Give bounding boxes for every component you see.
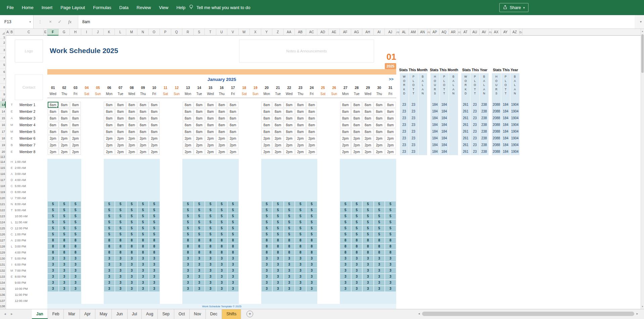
headcount-cell[interactable]: 8 (217, 244, 227, 249)
shift-cell[interactable]: 2pm (115, 135, 126, 141)
headcount-cell[interactable]: 5 (385, 220, 396, 225)
stats-value[interactable]: 238 (479, 128, 489, 135)
share-button[interactable]: Share ▾ (499, 3, 528, 12)
shift-cell[interactable]: 2pm (149, 135, 159, 141)
headcount-cell[interactable]: 5 (273, 232, 283, 237)
time-label[interactable]: 10:00 PM (15, 286, 42, 292)
shift-cell[interactable]: 2pm (273, 142, 283, 148)
shift-cell[interactable]: 8am (284, 102, 294, 108)
headcount-cell[interactable]: 3 (385, 262, 396, 267)
headcount-cell[interactable]: 5 (307, 201, 317, 207)
shift-cell[interactable]: 8am (385, 122, 396, 128)
shift-cell[interactable]: 8am (261, 122, 272, 128)
month-title[interactable]: January 2025 (47, 75, 396, 84)
shift-cell[interactable]: 8am (216, 108, 227, 115)
shift-cell[interactable]: 8am (273, 108, 283, 115)
stats-value[interactable]: 261 (461, 142, 470, 148)
shift-cell[interactable]: 8am (351, 102, 362, 108)
stats-value[interactable]: 238 (479, 101, 489, 108)
time-label[interactable]: 5:00 PM (15, 256, 42, 262)
row-header-5[interactable]: 5 (0, 61, 6, 69)
headcount-cell[interactable]: 5 (48, 232, 58, 237)
headcount-cell[interactable]: 3 (262, 286, 272, 291)
sheet-tab-may[interactable]: May (95, 309, 112, 319)
headcount-cell[interactable]: 5 (295, 232, 306, 237)
vertical-scrollbar[interactable]: ▲ ▼ (641, 29, 644, 309)
headcount-cell[interactable]: 3 (307, 274, 317, 279)
headcount-cell[interactable]: 3 (104, 274, 115, 279)
time-label[interactable]: 3:00 AM (15, 171, 42, 177)
date-header-27[interactable]: 27 (340, 84, 351, 91)
shift-cell[interactable]: 2pm (194, 149, 204, 155)
headcount-cell[interactable]: 8 (48, 250, 58, 255)
headcount-cell[interactable]: 5 (127, 214, 137, 219)
headcount-cell[interactable]: 3 (273, 286, 283, 291)
headcount-cell[interactable]: 8 (295, 244, 306, 249)
contact-placeholder[interactable]: Contact (15, 75, 43, 100)
headcount-cell[interactable]: 3 (48, 280, 58, 285)
shift-cell[interactable]: 8am (306, 122, 317, 128)
shift-cell[interactable]: 2pm (194, 135, 204, 141)
headcount-cell[interactable]: 3 (273, 280, 283, 285)
row-header-118[interactable]: 118 (0, 183, 6, 189)
headcount-cell[interactable]: 8 (374, 250, 385, 255)
col-header-S[interactable]: S (194, 29, 205, 36)
stats-value[interactable]: 184 (501, 135, 510, 142)
row-header-121[interactable]: 121 (0, 201, 6, 207)
col-header-AK[interactable]: AK (396, 29, 400, 36)
tab-nav-right-icon[interactable]: ► (9, 309, 15, 319)
headcount-cell[interactable]: 5 (194, 214, 205, 219)
shift-cell[interactable]: 8am (205, 115, 216, 121)
shift-cell[interactable]: 8am (363, 108, 373, 115)
row-header-6[interactable]: 6 (0, 69, 6, 75)
headcount-cell[interactable]: 8 (228, 244, 238, 249)
time-label[interactable]: 6:00 PM (15, 262, 42, 268)
shift-cell[interactable]: 8am (138, 108, 148, 115)
shift-cell[interactable]: 8am (59, 108, 70, 115)
formula-input[interactable]: 8am (78, 15, 635, 29)
stats-value[interactable]: 23 (400, 122, 409, 128)
headcount-cell[interactable]: 3 (374, 268, 385, 273)
headcount-cell[interactable]: 5 (273, 226, 283, 231)
col-header-N[interactable]: N (137, 29, 149, 36)
shift-cell[interactable]: 8am (205, 122, 216, 128)
headcount-cell[interactable]: 3 (217, 274, 227, 279)
date-header-04[interactable]: 04 (81, 84, 93, 91)
col-header-AC[interactable]: AC (306, 29, 318, 36)
headcount-cell[interactable]: 3 (70, 256, 81, 261)
stats-value[interactable]: 238 (479, 108, 489, 115)
notes-placeholder[interactable]: Notes & Announcements (239, 40, 374, 62)
headcount-cell[interactable]: 3 (194, 256, 205, 261)
shift-cell[interactable]: 8am (295, 115, 306, 121)
headcount-cell[interactable]: 3 (59, 286, 70, 291)
shift-cell[interactable]: 8am (183, 102, 193, 108)
shift-cell[interactable]: 8am (340, 108, 351, 115)
headcount-cell[interactable]: 5 (104, 201, 115, 207)
stats-value[interactable]: 1904 (510, 142, 520, 148)
shift-cell[interactable]: 8am (306, 108, 317, 115)
headcount-cell[interactable]: 5 (262, 214, 272, 219)
headcount-cell[interactable]: 5 (70, 214, 81, 219)
col-header-Q[interactable]: Q (171, 29, 183, 36)
time-label[interactable]: 2:00 AM (15, 165, 42, 171)
col-header-Y[interactable]: Y (261, 29, 273, 36)
date-header-16[interactable]: 16 (216, 84, 228, 91)
day-name-20[interactable]: Mon (261, 91, 273, 98)
shift-cell[interactable]: 2pm (59, 135, 70, 141)
sheet-tab-jan[interactable]: Jan (32, 309, 48, 319)
shift-cell[interactable]: 8am (115, 108, 126, 115)
time-label[interactable]: 1:00 AM (15, 159, 42, 165)
row-header-1[interactable]: 1 (0, 36, 6, 39)
date-header-31[interactable]: 31 (385, 84, 396, 91)
headcount-cell[interactable]: 3 (307, 268, 317, 273)
col-header-G[interactable]: G (59, 29, 70, 36)
shift-cell[interactable]: 2pm (284, 149, 294, 155)
date-header-06[interactable]: 06 (104, 84, 115, 91)
shift-cell[interactable]: 8am (306, 129, 317, 135)
month-number[interactable]: 01 (368, 52, 396, 62)
shift-cell[interactable]: 8am (70, 129, 81, 135)
shift-cell[interactable]: 8am (70, 108, 81, 115)
headcount-cell[interactable]: 3 (205, 286, 216, 291)
headcount-cell[interactable]: 5 (385, 232, 396, 237)
headcount-cell[interactable]: 8 (352, 250, 362, 255)
